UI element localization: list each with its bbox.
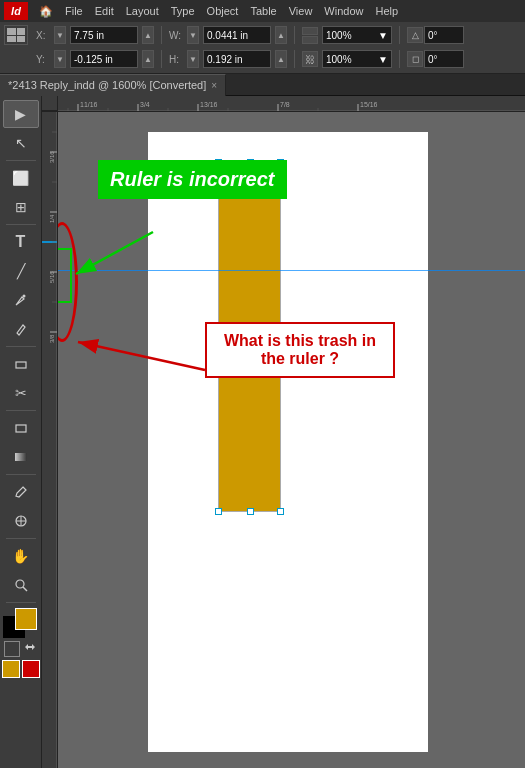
tab-close-btn[interactable]: × <box>211 80 217 91</box>
menu-object[interactable]: Object <box>202 3 244 19</box>
svg-text:5/16: 5/16 <box>49 271 55 283</box>
tool-divider-2 <box>6 224 36 225</box>
svg-rect-2 <box>16 425 26 432</box>
w-input[interactable]: 0.0441 in <box>203 26 271 44</box>
y-label: Y: <box>36 54 50 65</box>
stroke-color-btn[interactable] <box>22 660 40 678</box>
ruler-corner <box>42 96 58 111</box>
measure-tool[interactable] <box>3 507 39 535</box>
top-ruler-svg: 11/16 3/4 13/16 7/8 15/16 <box>58 96 525 111</box>
color-swatches[interactable] <box>3 608 39 638</box>
tool-divider-1 <box>6 160 36 161</box>
menu-help[interactable]: Help <box>370 3 403 19</box>
canvas[interactable]: Ruler is incorrect What is this trash in… <box>58 112 525 768</box>
hand-tool[interactable]: ✋ <box>3 542 39 570</box>
tool-divider-5 <box>6 474 36 475</box>
h-up-btn[interactable]: ▲ <box>275 50 287 68</box>
svg-point-0 <box>22 295 25 298</box>
svg-text:11/16: 11/16 <box>80 101 98 108</box>
w-up-btn[interactable]: ▲ <box>275 26 287 44</box>
rotation-input-2[interactable]: 0° <box>424 50 464 68</box>
eraser-tool[interactable] <box>3 350 39 378</box>
tab-label: *2413 Reply_indd @ 1600% [Converted] <box>8 79 206 91</box>
selection-tool[interactable]: ▶ <box>3 100 39 128</box>
x-down-btn[interactable]: ▼ <box>54 26 66 44</box>
x-label: X: <box>36 30 50 41</box>
rectangle-tool[interactable] <box>3 414 39 442</box>
type-tool[interactable]: T <box>3 228 39 256</box>
toolbar-row-1: X: ▼ 7.75 in ▲ W: ▼ 0.0441 in ▲ 100%▼ △ … <box>4 24 521 46</box>
ruler-left: 3/16 1/4 5/16 3/8 <box>42 112 58 768</box>
x-input[interactable]: 7.75 in <box>70 26 138 44</box>
handle-bl[interactable] <box>215 508 222 515</box>
toolbox: ▶ ↖ ⬜ ⊞ T ╱ ✂ <box>0 96 42 768</box>
svg-rect-3 <box>15 453 27 461</box>
green-ruler-box <box>58 248 72 303</box>
menu-type[interactable]: Type <box>166 3 200 19</box>
app-logo: Id <box>4 2 28 20</box>
direct-selection-tool[interactable]: ↖ <box>3 129 39 157</box>
toolbar-row-2: Y: ▼ -0.125 in ▲ H: ▼ 0.192 in ▲ ⛓ 100%▼… <box>4 48 521 70</box>
w-down-btn[interactable]: ▼ <box>187 26 199 44</box>
tool-divider-3 <box>6 346 36 347</box>
w-label: W: <box>169 30 183 41</box>
svg-text:15/16: 15/16 <box>360 101 378 108</box>
menu-table[interactable]: Table <box>245 3 281 19</box>
canvas-with-ruler: 3/16 1/4 5/16 3/8 <box>42 112 525 768</box>
canvas-page <box>148 132 428 752</box>
document-tab[interactable]: *2413 Reply_indd @ 1600% [Converted] × <box>0 74 226 96</box>
zoom-tool[interactable] <box>3 571 39 599</box>
left-ruler-svg: 3/16 1/4 5/16 3/8 <box>42 112 58 768</box>
y-input[interactable]: -0.125 in <box>70 50 138 68</box>
menu-edit[interactable]: Edit <box>90 3 119 19</box>
none-color-btn[interactable] <box>4 641 20 657</box>
annotation-ruler-incorrect: Ruler is incorrect <box>98 160 287 199</box>
pen-tool[interactable] <box>3 286 39 314</box>
menu-layout[interactable]: Layout <box>121 3 164 19</box>
handle-br[interactable] <box>277 508 284 515</box>
tool-divider-7 <box>6 602 36 603</box>
handle-bm[interactable] <box>247 508 254 515</box>
y-up-btn[interactable]: ▲ <box>142 50 154 68</box>
svg-text:7/8: 7/8 <box>280 101 290 108</box>
gradient-tool[interactable] <box>3 443 39 471</box>
ruler-top: 11/16 3/4 13/16 7/8 15/16 <box>42 96 525 112</box>
oval-annotation <box>58 222 78 342</box>
menu-bar: Id 🏠 File Edit Layout Type Object Table … <box>0 0 525 22</box>
swap-color-btn[interactable] <box>22 641 38 657</box>
ruler-guide <box>58 270 525 271</box>
svg-text:3/16: 3/16 <box>49 151 55 163</box>
menu-home[interactable]: 🏠 <box>34 3 58 20</box>
svg-point-7 <box>16 580 24 588</box>
main-area: ▶ ↖ ⬜ ⊞ T ╱ ✂ <box>0 96 525 768</box>
line-tool[interactable]: ╱ <box>3 257 39 285</box>
fill-color-btn[interactable] <box>2 660 20 678</box>
page-tool[interactable]: ⬜ <box>3 164 39 192</box>
zoom-dropdown-1[interactable]: 100%▼ <box>322 26 392 44</box>
rotation-input-1[interactable]: 0° <box>424 26 464 44</box>
tab-bar: *2413 Reply_indd @ 1600% [Converted] × <box>0 74 525 96</box>
menu-file[interactable]: File <box>60 3 88 19</box>
pencil-tool[interactable] <box>3 315 39 343</box>
y-down-btn[interactable]: ▼ <box>54 50 66 68</box>
scissors-tool[interactable]: ✂ <box>3 379 39 407</box>
menu-view[interactable]: View <box>284 3 318 19</box>
tool-divider-6 <box>6 538 36 539</box>
h-down-btn[interactable]: ▼ <box>187 50 199 68</box>
h-input[interactable]: 0.192 in <box>203 50 271 68</box>
svg-text:3/8: 3/8 <box>49 334 55 343</box>
x-up-btn[interactable]: ▲ <box>142 26 154 44</box>
h-label: H: <box>169 54 183 65</box>
zoom-dropdown-2[interactable]: 100%▼ <box>322 50 392 68</box>
svg-text:3/4: 3/4 <box>140 101 150 108</box>
svg-line-8 <box>23 587 27 591</box>
svg-line-41 <box>76 232 153 274</box>
svg-rect-1 <box>16 362 26 368</box>
menu-window[interactable]: Window <box>319 3 368 19</box>
svg-text:13/16: 13/16 <box>200 101 218 108</box>
svg-text:1/4: 1/4 <box>49 214 55 223</box>
eyedropper-tool[interactable] <box>3 478 39 506</box>
gap-tool[interactable]: ⊞ <box>3 193 39 221</box>
foreground-color-swatch[interactable] <box>15 608 37 630</box>
canvas-area: 11/16 3/4 13/16 7/8 15/16 <box>42 96 525 768</box>
